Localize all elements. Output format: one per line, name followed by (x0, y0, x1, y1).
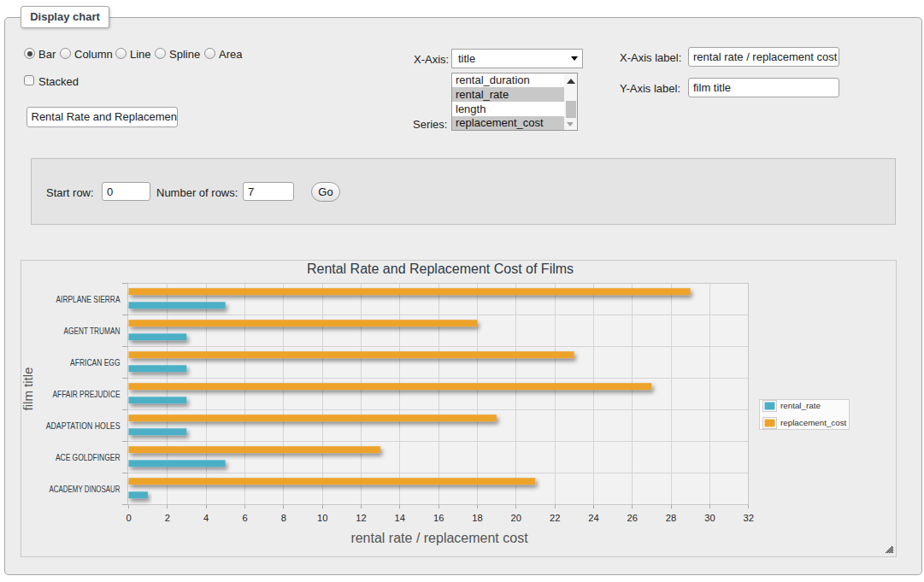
svg-text:20: 20 (511, 513, 521, 523)
svg-text:24: 24 (588, 513, 598, 523)
svg-text:22: 22 (550, 513, 560, 523)
svg-text:ADAPTATION HOLES: ADAPTATION HOLES (46, 421, 121, 431)
svg-text:28: 28 (666, 513, 676, 523)
svg-text:12: 12 (356, 513, 366, 523)
svg-text:ACE GOLDFINGER: ACE GOLDFINGER (56, 453, 121, 462)
svg-text:30: 30 (704, 513, 715, 523)
svg-text:Rental Rate and Replacement Co: Rental Rate and Replacement Cost of Film… (307, 262, 574, 276)
svg-text:4: 4 (203, 513, 209, 523)
svg-text:2: 2 (165, 513, 170, 523)
svg-text:14: 14 (395, 513, 405, 523)
svg-text:8: 8 (281, 513, 286, 523)
svg-text:18: 18 (472, 513, 482, 523)
svg-text:6: 6 (242, 513, 247, 523)
svg-text:rental rate / replacement cost: rental rate / replacement cost (350, 531, 528, 545)
svg-text:AIRPLANE SIERRA: AIRPLANE SIERRA (56, 295, 121, 304)
svg-text:16: 16 (433, 513, 444, 523)
svg-text:AFFAIR PREJUDICE: AFFAIR PREJUDICE (53, 390, 121, 399)
svg-text:rental_rate: rental_rate (780, 401, 821, 410)
svg-text:26: 26 (627, 513, 638, 523)
svg-text:film title: film title (21, 367, 35, 411)
svg-text:AFRICAN EGG: AFRICAN EGG (70, 358, 120, 367)
svg-text:32: 32 (744, 513, 754, 523)
svg-text:0: 0 (126, 513, 131, 523)
svg-text:AGENT TRUMAN: AGENT TRUMAN (64, 326, 121, 336)
svg-text:ACADEMY DINOSAUR: ACADEMY DINOSAUR (50, 485, 121, 494)
svg-text:10: 10 (317, 513, 327, 523)
svg-text:replacement_cost: replacement_cost (780, 418, 847, 427)
